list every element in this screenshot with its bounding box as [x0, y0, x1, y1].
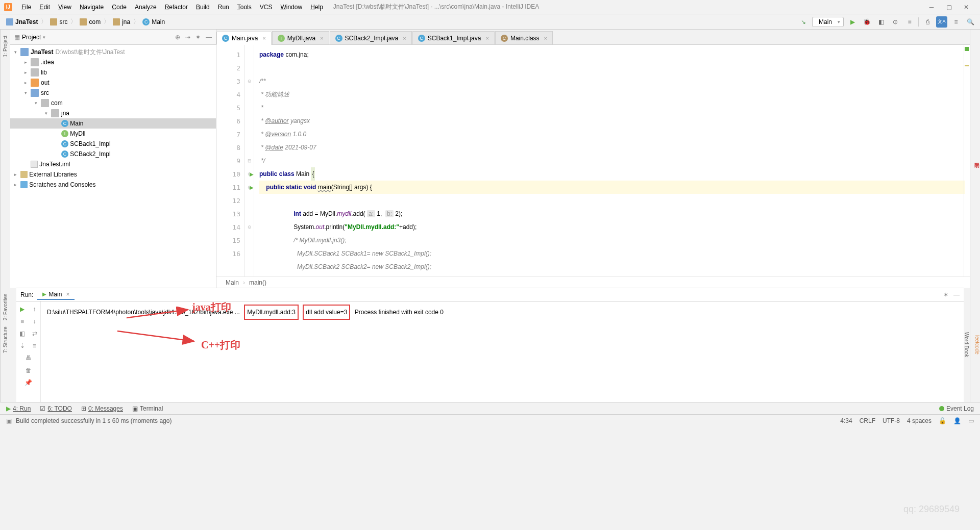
right-tool-wordbook[interactable]: Word Book: [964, 330, 969, 359]
editor-body[interactable]: 1234 5678 910▶ 11▶ 1213141516 ⊖ ⊟⊖⊖ ⊖ pa…: [216, 45, 970, 276]
structure-button[interactable]: ≡: [950, 16, 962, 28]
run-gutter-icon[interactable]: ▶: [250, 185, 254, 190]
close-icon[interactable]: ×: [403, 35, 406, 41]
code-editor[interactable]: package com.jna; /** * 功能简述 * * @author …: [254, 45, 970, 276]
close-icon[interactable]: ×: [262, 35, 265, 41]
menu-window[interactable]: Window: [276, 4, 306, 11]
tree-com[interactable]: ▾com: [10, 98, 216, 108]
tree-src[interactable]: ▾src: [10, 88, 216, 98]
tree-root[interactable]: ▾JnaTestD:\wbst\临时文件\JnaTest: [10, 47, 216, 57]
settings-icon[interactable]: ✶: [195, 34, 201, 41]
build-icon[interactable]: ↘: [798, 16, 809, 28]
menu-code[interactable]: Code: [108, 4, 131, 11]
run-tab-main[interactable]: ▶Main×: [37, 290, 75, 300]
crumb-jna[interactable]: jna: [111, 18, 132, 26]
status-hector-icon[interactable]: 👤: [953, 417, 961, 424]
stop-button[interactable]: ■: [904, 16, 915, 28]
crumb-src[interactable]: src: [48, 18, 69, 26]
crumb-project[interactable]: JnaTest: [4, 18, 40, 26]
close-icon[interactable]: ×: [544, 35, 547, 41]
crumb-method[interactable]: main(): [249, 279, 266, 286]
menu-navigate[interactable]: Navigate: [76, 4, 108, 11]
git-button[interactable]: ⎙: [922, 16, 933, 28]
tree-scback1[interactable]: C SCBack1_Impl: [10, 139, 216, 149]
tree-lib[interactable]: ▸lib: [10, 67, 216, 78]
run-console[interactable]: D:\silu\THSPALTFORM4\photon\tools\java\j…: [41, 301, 964, 402]
locate-icon[interactable]: ⊕: [175, 34, 180, 41]
run-hide-icon[interactable]: —: [953, 291, 960, 298]
menu-build[interactable]: Build: [192, 4, 214, 11]
menu-tools[interactable]: Tools: [233, 4, 256, 11]
debug-button[interactable]: 🐞: [861, 16, 872, 28]
tree-idea[interactable]: ▸.idea: [10, 57, 216, 67]
profile-button[interactable]: ⊙: [890, 16, 901, 28]
bottom-run[interactable]: ▶4: Run: [6, 405, 31, 412]
tab-mydll[interactable]: IMyDll.java×: [272, 31, 329, 44]
menu-edit[interactable]: Edit: [35, 4, 54, 11]
crumb-main[interactable]: CMain: [140, 18, 167, 26]
menu-refactor[interactable]: Refactor: [161, 4, 192, 11]
minimize-button[interactable]: ─: [928, 4, 935, 11]
close-icon[interactable]: ×: [485, 35, 488, 41]
print-icon[interactable]: 🖶: [24, 354, 33, 363]
tab-scback1[interactable]: CSCBack1_Impl.java×: [412, 31, 495, 44]
tab-scback2[interactable]: CSCBack2_Impl.java×: [330, 31, 412, 44]
run-gutter-icon[interactable]: ▶: [250, 171, 254, 177]
trash-icon[interactable]: 🗑: [24, 366, 33, 375]
down-icon[interactable]: ↓: [30, 317, 39, 326]
crumb-com[interactable]: com: [78, 18, 103, 26]
tab-main-java[interactable]: CMain.java×: [216, 32, 272, 45]
layout-icon[interactable]: ◧: [18, 329, 27, 338]
left-tool-favorites[interactable]: 2: Favorites: [3, 292, 8, 322]
translate-button[interactable]: 文A: [936, 16, 947, 28]
status-indent[interactable]: 4 spaces: [907, 417, 932, 424]
status-mem-icon[interactable]: ▭: [968, 417, 974, 424]
bottom-todo[interactable]: ☑ 6: TODO: [40, 405, 72, 412]
tree-ext-libs[interactable]: ▸ External Libraries: [10, 169, 216, 180]
tree-iml[interactable]: JnaTest.iml: [10, 159, 216, 169]
menu-run[interactable]: Run: [214, 4, 233, 11]
up-icon[interactable]: ↑: [30, 305, 39, 314]
collapse-icon[interactable]: ⇢: [185, 34, 190, 41]
bottom-eventlog[interactable]: Event Log: [939, 405, 974, 412]
rerun-icon[interactable]: ▶: [18, 305, 27, 314]
run-settings-icon[interactable]: ✶: [943, 291, 948, 298]
tree-jna[interactable]: ▾jna: [10, 108, 216, 118]
tree-scback2[interactable]: C SCBack2_Impl: [10, 149, 216, 159]
right-tool-ali[interactable]: 阿里助手: [973, 157, 980, 161]
crumb-class[interactable]: Main: [226, 279, 239, 286]
status-encoding[interactable]: UTF-8: [883, 417, 900, 424]
hide-icon[interactable]: —: [206, 34, 212, 41]
menu-view[interactable]: View: [54, 4, 76, 11]
left-tool-structure[interactable]: 7: Structure: [3, 324, 8, 355]
run-button[interactable]: ▶: [847, 16, 858, 28]
window-icon[interactable]: ▣: [6, 417, 12, 424]
run-config-select[interactable]: Main: [812, 17, 844, 27]
close-button[interactable]: ✕: [963, 4, 970, 11]
search-button[interactable]: 🔍: [965, 16, 976, 28]
close-icon[interactable]: ×: [320, 35, 323, 41]
scroll-icon[interactable]: ⇣: [18, 341, 27, 350]
status-line-sep[interactable]: CRLF: [860, 417, 875, 424]
menu-help[interactable]: Help: [306, 4, 327, 11]
tree-main-class[interactable]: C Main: [10, 118, 216, 129]
maximize-button[interactable]: ▢: [945, 4, 952, 11]
left-tool-project[interactable]: 1: Project: [3, 34, 8, 59]
menu-vcs[interactable]: VCS: [256, 4, 277, 11]
project-panel-title[interactable]: Project ▾: [22, 34, 45, 41]
right-tool-leet[interactable]: leetcode: [974, 333, 980, 357]
bottom-terminal[interactable]: ▣ Terminal: [132, 405, 163, 412]
menu-file[interactable]: FFileile: [17, 4, 35, 11]
error-stripe[interactable]: [964, 45, 970, 276]
menu-analyze[interactable]: Analyze: [131, 4, 161, 11]
wrap-icon[interactable]: ⇄: [30, 329, 39, 338]
status-position[interactable]: 4:34: [840, 417, 852, 424]
tree-out[interactable]: ▸out: [10, 78, 216, 88]
tree-mydll[interactable]: I MyDll: [10, 129, 216, 139]
pin-icon[interactable]: 📌: [24, 378, 33, 387]
bottom-messages[interactable]: ⊞ 0: Messages: [81, 405, 123, 412]
tab-main-class[interactable]: CMain.class×: [495, 31, 553, 44]
stop-icon[interactable]: ■: [18, 317, 27, 326]
tree-scratches[interactable]: ▸ Scratches and Consoles: [10, 180, 216, 190]
filter-icon[interactable]: ≡: [30, 341, 39, 350]
